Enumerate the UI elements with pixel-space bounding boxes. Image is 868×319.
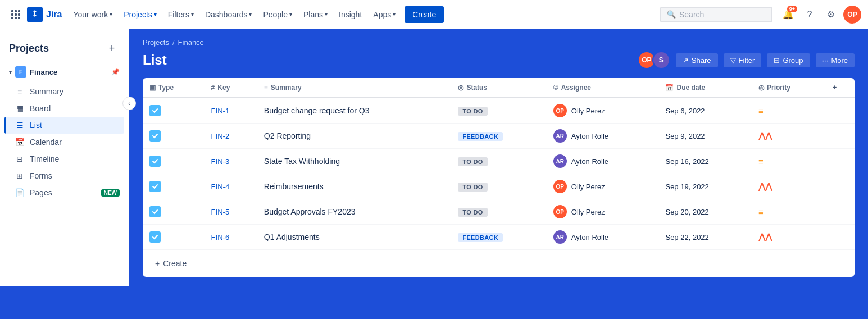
sidebar-item-pages[interactable]: 📄 Pages NEW [4, 184, 124, 201]
cell-due-date-1: Sep 9, 2022 [658, 124, 752, 149]
add-project-button[interactable]: + [104, 40, 120, 56]
cell-summary-2: State Tax Withholding [257, 149, 452, 174]
breadcrumb-finance[interactable]: Finance [178, 38, 204, 47]
table-row: FIN-2 Q2 Reporting FEEDBACK AR Ayton Rol… [143, 124, 855, 149]
chevron-down-icon: ▾ [249, 11, 252, 17]
cell-type-3 [143, 174, 204, 199]
search-input[interactable] [679, 10, 752, 19]
task-type-icon [149, 105, 161, 116]
jira-logo[interactable]: Jira [27, 7, 62, 22]
assignee-avatar: OP [553, 104, 567, 117]
assignee-cell: AR Ayton Rolle [553, 154, 652, 168]
cell-summary-4: Budget Approvals FY2023 [257, 199, 452, 225]
issue-summary: Reimbursements [264, 182, 324, 191]
table-row: FIN-6 Q1 Adjustments FEEDBACK AR Ayton R… [143, 225, 855, 250]
share-button[interactable]: ↗ Share [676, 53, 718, 67]
task-type-icon [149, 130, 161, 142]
nav-filters[interactable]: Filters ▾ [163, 7, 198, 22]
due-date-value: Sep 6, 2022 [665, 107, 705, 115]
issue-summary: Budget change request for Q3 [264, 106, 370, 115]
page-header: List OP S ↗ Share ▽ Filter [143, 51, 855, 69]
table-row: FIN-3 State Tax Withholding TO DO AR Ayt… [143, 149, 855, 174]
due-date-value: Sep 16, 2022 [665, 157, 708, 166]
chevron-down-icon: ▾ [110, 11, 112, 17]
priority-col-icon: ◎ [758, 84, 764, 92]
status-badge: TO DO [458, 183, 487, 192]
chevron-down-icon: ▾ [325, 11, 328, 17]
sidebar-item-board[interactable]: ▦ Board [4, 100, 124, 117]
assignee-avatar: AR [553, 230, 567, 244]
cell-key-4: FIN-5 [204, 199, 257, 225]
filter-button[interactable]: ▽ Filter [724, 53, 762, 67]
cell-assignee-4: OP Olly Perez [547, 199, 659, 225]
page-actions: OP S ↗ Share ▽ Filter ⊟ Group [638, 51, 855, 69]
nav-insight[interactable]: Insight [334, 7, 366, 22]
cell-priority-3: ⋀⋀ [752, 174, 826, 199]
issue-key-link[interactable]: FIN-4 [211, 183, 230, 191]
issue-key-link[interactable]: FIN-2 [211, 132, 230, 140]
sidebar-item-timeline[interactable]: ⊟ Timeline [4, 151, 124, 167]
list-icon: ☰ [15, 121, 24, 130]
issue-key-link[interactable]: FIN-6 [211, 233, 230, 241]
assignee-cell: OP Olly Perez [553, 104, 652, 117]
settings-button[interactable]: ⚙ [822, 6, 840, 24]
user-avatar[interactable]: OP [843, 6, 861, 24]
create-button[interactable]: Create [405, 6, 444, 23]
cell-due-date-2: Sep 16, 2022 [658, 149, 752, 174]
avatar-user2[interactable]: S [652, 51, 670, 69]
col-summary: ≡ Summary [257, 78, 452, 98]
cell-summary-0: Budget change request for Q3 [257, 98, 452, 124]
nav-your-work[interactable]: Your work ▾ [69, 7, 117, 22]
assignee-cell: OP Olly Perez [553, 205, 652, 218]
sidebar-navigation: ≡ Summary ▦ Board ☰ List 📅 Calendar ⊟ Ti… [4, 83, 124, 201]
search-bar[interactable]: 🔍 [660, 7, 772, 22]
create-inline-button[interactable]: + Create [152, 257, 190, 270]
assignee-cell: OP Olly Perez [553, 180, 652, 193]
help-button[interactable]: ? [801, 6, 819, 24]
cell-extra-5 [826, 225, 855, 250]
forms-icon: ⊞ [15, 171, 24, 180]
table-row: FIN-5 Budget Approvals FY2023 TO DO OP O… [143, 199, 855, 225]
sidebar-project-item[interactable]: ▾ F Finance 📌 [4, 63, 124, 81]
breadcrumb-projects[interactable]: Projects [143, 38, 169, 47]
issue-key-link[interactable]: FIN-3 [211, 157, 230, 166]
notifications-button[interactable]: 🔔 9+ [779, 6, 797, 24]
sidebar-item-forms[interactable]: ⊞ Forms [4, 167, 124, 184]
cell-assignee-2: AR Ayton Rolle [547, 149, 659, 174]
nav-projects[interactable]: Projects ▾ [119, 7, 161, 22]
sidebar: Projects + ▾ F Finance 📌 ≡ Summary ▦ Boa… [0, 29, 129, 286]
group-button[interactable]: ⊟ Group [767, 53, 810, 67]
project-avatar: F [15, 66, 26, 78]
top-navigation: Jira Your work ▾ Projects ▾ Filters ▾ Da… [0, 0, 868, 29]
type-col-icon: ▣ [149, 84, 156, 92]
col-priority: ◎ Priority [752, 78, 826, 98]
status-badge: FEEDBACK [458, 132, 503, 141]
nav-people[interactable]: People ▾ [258, 7, 297, 22]
col-add[interactable]: + [826, 78, 855, 98]
nav-dashboards[interactable]: Dashboards ▾ [201, 7, 257, 22]
cell-extra-4 [826, 199, 855, 225]
sidebar-item-calendar[interactable]: 📅 Calendar [4, 134, 124, 151]
nav-apps[interactable]: Apps ▾ [369, 7, 400, 22]
cell-extra-1 [826, 124, 855, 149]
issue-key-link[interactable]: FIN-5 [211, 208, 230, 216]
cell-assignee-3: OP Olly Perez [547, 174, 659, 199]
table-footer: + Create [143, 249, 855, 277]
nav-plans[interactable]: Plans ▾ [299, 7, 332, 22]
more-button[interactable]: ··· More [816, 53, 855, 67]
gear-icon: ⚙ [827, 9, 835, 20]
task-type-icon [149, 231, 161, 243]
assignee-name: Olly Perez [571, 208, 605, 216]
svg-rect-6 [11, 17, 13, 19]
apps-grid-button[interactable] [7, 6, 25, 24]
sidebar-item-summary[interactable]: ≡ Summary [4, 83, 124, 100]
cell-priority-1: ⋀⋀ [752, 124, 826, 149]
issue-summary: Budget Approvals FY2023 [264, 207, 356, 216]
breadcrumb-separator: / [172, 38, 175, 47]
status-badge: TO DO [458, 208, 487, 217]
cell-summary-1: Q2 Reporting [257, 124, 452, 149]
issue-key-link[interactable]: FIN-1 [211, 107, 230, 115]
sidebar-item-list[interactable]: ☰ List [4, 117, 124, 134]
due-date-value: Sep 9, 2022 [665, 132, 705, 140]
sidebar-collapse-button[interactable]: ‹ [122, 97, 136, 110]
